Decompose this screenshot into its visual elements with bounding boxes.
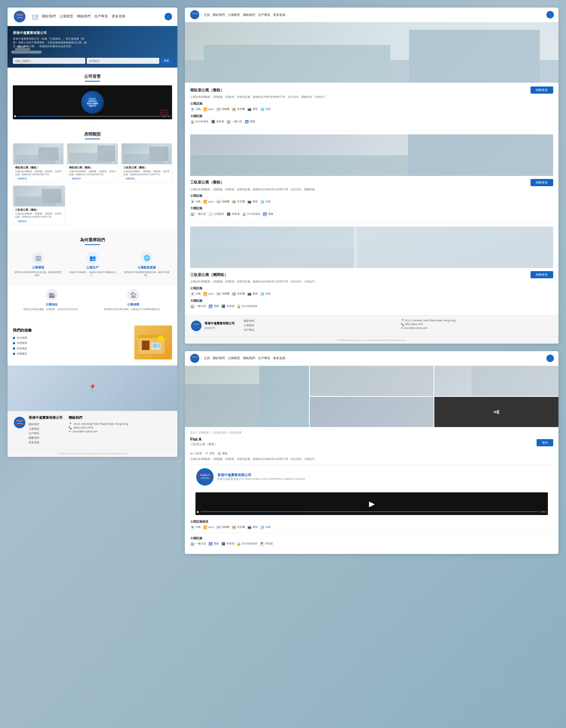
feat-3-3: 🧺洗衣機 [232,292,245,296]
feat-1-1: 📶Wi-Fi [203,107,214,112]
det-bldg-3: 🔒24小時保安⊞ [237,542,257,546]
value-item-2: 管理標準 [13,341,129,345]
feat-2-5: 🧊冰箱 [260,199,271,204]
nav-bar: COSCO SHIPPING 主頁 關於我們 公寓類型 聯絡我們 住戶專頁 更多… [8,8,177,26]
video-progress-bar[interactable] [18,116,160,117]
listing-2-features-title: 公寓設施 [190,194,553,198]
nav-link-resident[interactable]: 住戶專頁 [94,14,108,19]
detail-header-row: Flat A 三臥室公寓（整租） 查詢 [190,437,553,449]
detail-brand-name: 香港中遠實業有限公司 [217,473,305,478]
footer-link-5[interactable]: 更多資源 [29,441,63,444]
prop-nav-more[interactable]: 更多資源 [273,13,285,17]
room-types-title: 房間類型 [13,131,172,139]
video-progress-fill [18,116,60,117]
nav-link-types[interactable]: 公寓類型 [60,14,73,19]
room-info-4: 三臥室公寓（整租） 公寓設有3間睡房、1間客廳、1間廚房、浴室等設施，面積約在1… [13,207,65,224]
footer-link-1[interactable]: 關於我們 [29,423,63,426]
det-nav-about[interactable]: 關於我們 [213,356,225,360]
nav-link-about[interactable]: 關於我們 [42,14,56,19]
prop-user-icon[interactable]: 👤 [546,11,554,19]
det-nav-types[interactable]: 公寓類型 [228,356,240,360]
lf-link-2[interactable]: 公寓類型 [244,324,396,327]
search-input-1[interactable] [13,58,85,64]
lf-link-1[interactable]: 關於我們 [244,319,396,323]
video-player[interactable]: COSCOSHIPPING香港中遠實業有限公司 ▶ 1:14 / 4:1 [13,85,172,119]
det-nav-home[interactable]: 主頁 [204,356,210,360]
search-button[interactable]: 搜索 [161,58,172,64]
detail-progress-bar[interactable] [201,511,538,512]
ac3-icon: ❄ [190,292,195,296]
det-security-icon: 🔒 [237,542,241,546]
right-column: COSCO 主頁 關於我們 公寓類型 聯絡我們 住戶專頁 更多資源 👤 [185,8,558,554]
listing-3-badge[interactable]: 瞭解更多 [531,271,553,278]
page-container: COSCO SHIPPING 主頁 關於我們 公寓類型 聯絡我們 住戶專頁 更多… [8,8,558,554]
detail-play-icon[interactable]: ▶ [197,510,199,514]
prop-nav-about[interactable]: 關於我們 [213,13,225,17]
prop-nav-home[interactable]: 主頁 [204,13,210,17]
feat-2-2: 🍽洗碗機 [216,199,229,204]
parking2-icon: 🅿 [226,212,231,216]
room-card-4: 三臥室公寓（整租） 公寓設有3間睡房、1間客廳、1間廚房、浴室等設施，面積約在1… [13,185,65,225]
hero-section: 香港中遠實業有限公司 香港中遠實業有限公司（前稱「中遠置地」）是中遠海運（香港）… [8,26,177,68]
room-desc-4: 公寓設有3間睡房、1間客廳、1間廚房、浴室等設施，面積約在1000呎至1200呎… [15,213,63,218]
nav-link-home[interactable]: 主頁 [32,14,38,19]
det-tv-icon: 📺 [247,525,252,530]
det-nav-contact[interactable]: 聯絡我們 [243,356,255,360]
values-section: 我們的信條 安全保障 管理標準 住客滿意 生態 [8,319,177,366]
room-more-2[interactable]: → 瞭解更多 [69,177,115,180]
bldg-feat-3-0: 🏢一樓大堂 [190,304,206,309]
room-more-3[interactable]: → 瞭解更多 [123,177,170,180]
listings-nav: COSCO 主頁 關於我們 公寓類型 聯絡我們 住戶專頁 更多資源 👤 [185,8,558,22]
nav-link-contact[interactable]: 聯絡我們 [77,14,91,19]
feat-2-1: 📶Wi-Fi [203,199,214,204]
listings-nav-logo: COSCO [189,9,200,20]
listing-2-svg [190,134,553,176]
video-play-icon[interactable]: ▶ [14,114,17,118]
map-pin: 📍 [88,384,97,392]
detail-features-section: 公寓設施描述 ❄冷氣 📶Wi-Fi 🍽洗碗機 🧺洗衣機 📺電視 🧊冰箱 大樓設施… [190,518,553,550]
listing-1-features-title: 公寓設施 [190,102,553,106]
lf-link-3[interactable]: 住戶專頁 [244,328,396,332]
detail-user-icon[interactable]: 👤 [546,355,554,362]
gallery-more-overlay[interactable]: +6 [434,397,558,427]
detail-video-thumb[interactable]: ▶ ▶ 1:31:1 [195,492,548,515]
phone-icon: 📞 [69,426,72,429]
lobby2-icon: 🏢 [190,212,195,216]
bldg-feat-1-3: 🛗電梯 [245,120,255,124]
feat-1-2: 🍽洗碗機 [216,107,229,112]
detail-enquire-button[interactable]: 查詢 [537,439,553,446]
footer-link-4[interactable]: 聯繫我們 [29,436,63,440]
room-more-4[interactable]: → 瞭解更多 [15,220,63,223]
feat-2-4: 📺電視 [247,199,258,204]
detail-info-row: 🛏 三臥室 🚿 浴室 🏠 整租 [190,452,553,455]
svg-rect-14 [42,189,61,203]
footer-email: ✉ cosco@m.cosco.com [69,430,172,433]
nav-link-more[interactable]: 更多資源 [112,14,125,19]
ac2-icon: ❄ [190,199,195,204]
search-input-2[interactable] [87,58,159,64]
det-nav-resident[interactable]: 住戶專頁 [258,356,270,360]
detail-info-3: 🏠 整租 [218,452,228,455]
listing-2-badge[interactable]: 瞭解更多 [531,179,553,186]
svg-rect-10 [97,145,115,161]
det-nav-more[interactable]: 更多資源 [273,356,285,360]
feat-3-1: 📶Wi-Fi [203,292,214,296]
footer-logo-col: COSCO SHIPPING 香港中遠實業有限公司 關於我們 公寓類型 住戶專頁… [13,416,63,445]
room-desc-2: 公寓設有2間睡房、1間客廳、1間廚房、浴室等設施，面積約在750呎至850呎不等… [69,170,115,176]
listing-1-badge[interactable]: 瞭解更多 [531,86,553,94]
footer-link-2[interactable]: 公寓類型 [29,427,63,431]
prop-nav-types[interactable]: 公寓類型 [228,13,240,17]
listing-2-desc: 公寓設有3間睡房、1間客廳、1間廚房、浴室等設施，面積約在1000呎至1200呎… [190,188,553,192]
listing-1: 兩臥室公寓（整租） 瞭解更多 公寓設有2間睡房、1間客廳、1間廚房、浴室等設施，… [185,83,558,131]
washer-icon: 🧺 [232,107,236,112]
why-icon-1: 🏢 [32,252,44,264]
detail-nav: COSCO 主頁 關於我們 公寓類型 聯絡我們 住戶專頁 更多資源 👤 [185,351,558,366]
map-section[interactable]: 📍 [8,366,177,411]
footer-link-3[interactable]: 住戶專頁 [29,432,63,435]
prop-nav-resident[interactable]: 住戶專頁 [258,13,270,17]
why-icon-5: 🏠 [127,289,139,301]
user-icon[interactable]: 👤 [165,13,172,20]
feat-1-0: ❄冷氣 [190,107,201,112]
prop-nav-contact[interactable]: 聯絡我們 [243,13,255,17]
room-more-1[interactable]: → 瞭解更多 [15,177,62,180]
